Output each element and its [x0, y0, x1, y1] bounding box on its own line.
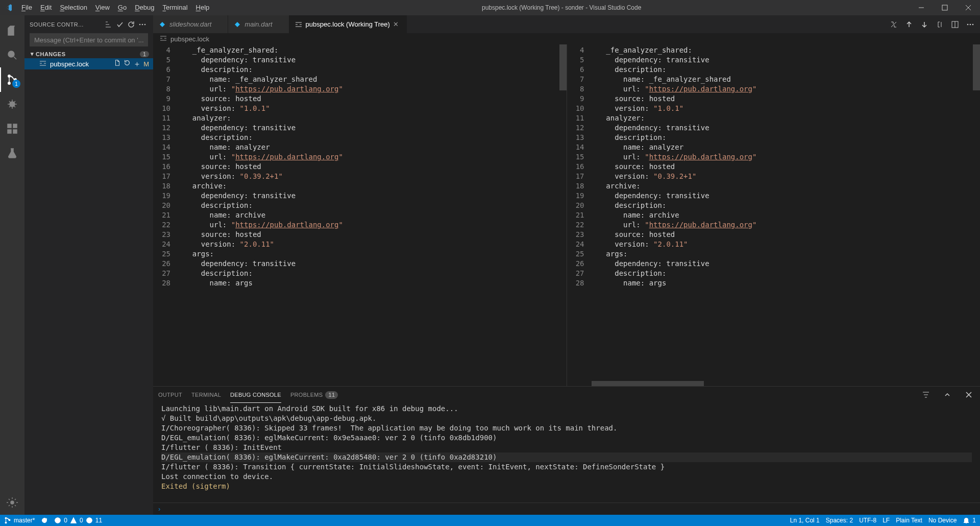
menu-terminal[interactable]: Terminal [158, 0, 191, 15]
view-as-tree-icon[interactable] [103, 19, 114, 30]
extensions-icon[interactable] [0, 116, 24, 141]
sidebar-header: SOURCE CONTR... [24, 15, 153, 33]
console-line: I/flutter ( 8336): Transition { currentS… [161, 463, 665, 471]
svg-rect-0 [942, 5, 947, 10]
test-icon[interactable] [0, 141, 24, 165]
status-language[interactable]: Plain Text [896, 515, 922, 526]
panel-tab-problems[interactable]: PROBLEMS11 [290, 387, 338, 403]
minimize-button[interactable] [910, 0, 933, 15]
split-editor-icon[interactable] [948, 18, 962, 31]
menu-help[interactable]: Help [192, 0, 214, 15]
refresh-icon[interactable] [126, 19, 137, 30]
horizontal-scrollbar[interactable] [592, 381, 973, 386]
svg-point-18 [5, 517, 7, 519]
svg-rect-7 [8, 130, 11, 133]
status-notifications[interactable]: 1 [963, 515, 976, 526]
status-sync[interactable] [41, 515, 48, 526]
changed-file-item[interactable]: pubspec.lock ＋ M [24, 58, 153, 69]
breadcrumb[interactable]: pubspec.lock [153, 33, 980, 44]
tab-label: slideshow.dart [169, 20, 211, 28]
menu-view[interactable]: View [91, 0, 114, 15]
window-title: pubspec.lock (Working Tree) - sonder - V… [213, 4, 910, 11]
settings-gear-icon[interactable] [0, 490, 24, 515]
more-actions-icon[interactable] [137, 19, 148, 30]
activitybar: 1 [0, 15, 24, 515]
previous-change-icon[interactable] [902, 18, 916, 31]
console-line: Exited (sigterm) [161, 482, 230, 490]
svg-point-17 [972, 23, 974, 25]
diff-original-pane[interactable]: 4567891011121314151617181920212223242526… [153, 44, 567, 386]
dart-icon [158, 20, 166, 29]
svg-rect-9 [13, 124, 17, 128]
debug-console-output[interactable]: Launching lib\main.dart on Android SDK b… [153, 403, 980, 503]
console-line: √ Built build\app\outputs\apk\debug\app-… [161, 414, 376, 422]
commit-message-input[interactable] [30, 33, 148, 46]
close-tab-icon[interactable]: ✕ [393, 20, 401, 28]
status-problems[interactable]: 0 0 11 [54, 515, 102, 526]
svg-point-10 [11, 501, 14, 504]
menubar: FileEditSelectionViewGoDebugTerminalHelp [17, 0, 213, 15]
menu-go[interactable]: Go [114, 0, 131, 15]
tab-pubspec-lock-working-tree-[interactable]: pubspec.lock (Working Tree)✕ [289, 15, 407, 33]
menu-debug[interactable]: Debug [131, 0, 158, 15]
debug-console-input[interactable]: › [153, 503, 980, 515]
commit-icon[interactable] [114, 19, 126, 30]
svg-point-11 [139, 23, 141, 25]
svg-point-19 [5, 522, 7, 523]
stage-changes-icon[interactable]: ＋ [132, 59, 141, 69]
status-branch[interactable]: master* [4, 515, 35, 526]
panel-tab-output[interactable]: OUTPUT [158, 387, 182, 403]
scm-badge: 1 [12, 80, 20, 88]
problems-badge: 11 [325, 391, 338, 399]
svg-point-20 [9, 519, 10, 521]
line-numbers: 4567891011121314151617181920212223242526… [567, 44, 592, 386]
panel-tab-debug-console[interactable]: DEBUG CONSOLE [230, 387, 281, 403]
svg-point-1 [8, 51, 14, 57]
editor-tab-actions [887, 15, 980, 33]
code-content[interactable]: _fe_analyzer_shared: dependency: transit… [178, 44, 567, 386]
svg-point-2 [8, 75, 10, 77]
breadcrumb-file: pubspec.lock [170, 35, 209, 43]
status-encoding[interactable]: UTF-8 [859, 515, 876, 526]
diff-modified-pane[interactable]: 4567891011121314151617181920212223242526… [567, 44, 981, 386]
console-line: I/flutter ( 8336): InitEvent [161, 443, 282, 451]
console-line: D/EGL_emulation( 8336): eglMakeCurrent: … [161, 434, 497, 442]
status-spaces[interactable]: Spaces: 2 [826, 515, 853, 526]
changes-section-header[interactable]: ▾ CHANGES 1 [24, 50, 153, 58]
menu-edit[interactable]: Edit [36, 0, 56, 15]
discard-changes-icon[interactable] [122, 59, 132, 69]
status-eol[interactable]: LF [883, 515, 890, 526]
source-control-icon[interactable]: 1 [0, 67, 24, 92]
next-change-icon[interactable] [918, 18, 931, 31]
vscode-logo-icon [0, 4, 17, 12]
tab-main-dart[interactable]: main.dart✕ [228, 15, 289, 33]
menu-file[interactable]: File [17, 0, 36, 15]
vertical-scrollbar[interactable] [559, 44, 567, 386]
menu-selection[interactable]: Selection [56, 0, 91, 15]
file-status: M [143, 60, 149, 68]
debug-icon[interactable] [0, 92, 24, 116]
filter-icon[interactable] [920, 389, 932, 401]
vertical-scrollbar[interactable] [973, 44, 980, 386]
console-line: I/Choreographer( 8336): Skipped 33 frame… [161, 424, 617, 432]
status-cursor[interactable]: Ln 1, Col 1 [790, 515, 820, 526]
toggle-whitespace-icon[interactable] [933, 18, 946, 31]
titlebar: FileEditSelectionViewGoDebugTerminalHelp… [0, 0, 980, 15]
open-file-icon[interactable] [113, 59, 122, 69]
maximize-panel-icon[interactable] [941, 389, 953, 401]
prompt-icon: › [158, 505, 160, 513]
diff-editor: 4567891011121314151617181920212223242526… [153, 44, 980, 386]
tab-slideshow-dart[interactable]: slideshow.dart✕ [153, 15, 228, 33]
more-tab-actions-icon[interactable] [964, 18, 977, 31]
search-icon[interactable] [0, 43, 24, 67]
compare-changes-icon[interactable] [887, 18, 900, 31]
panel-tab-terminal[interactable]: TERMINAL [191, 387, 221, 403]
statusbar: master* 0 0 11 Ln 1, Col 1 Spaces: 2 UTF… [0, 515, 980, 526]
maximize-button[interactable] [933, 0, 957, 15]
tab-label: main.dart [244, 20, 272, 28]
close-button[interactable] [957, 0, 980, 15]
code-content[interactable]: _fe_analyzer_shared: dependency: transit… [592, 44, 981, 386]
status-device[interactable]: No Device [928, 515, 957, 526]
close-panel-icon[interactable] [963, 389, 975, 401]
explorer-icon[interactable] [0, 18, 24, 43]
